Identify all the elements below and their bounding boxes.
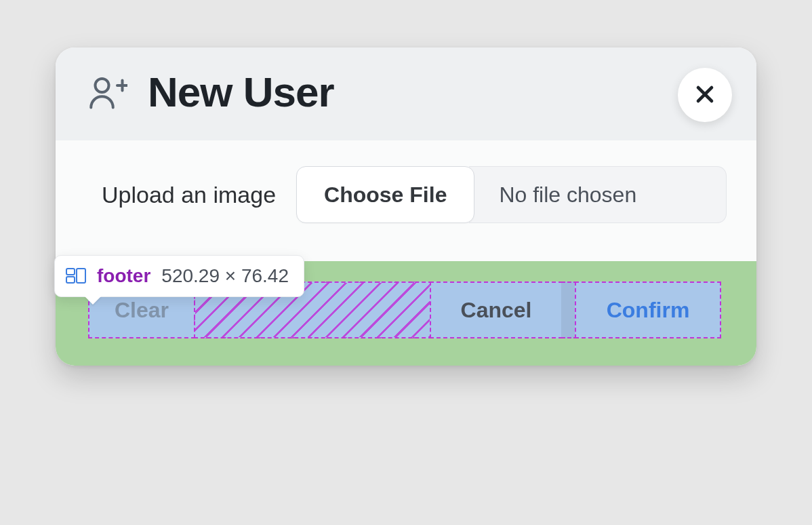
upload-label: Upload an image — [102, 182, 276, 208]
svg-rect-6 — [66, 277, 75, 283]
svg-rect-7 — [77, 269, 85, 283]
new-user-dialog: New User Upload an image Choose File No … — [56, 47, 756, 366]
inspector-dimensions: 520.29 × 76.42 — [161, 265, 289, 287]
choose-file-button[interactable]: Choose File — [296, 166, 474, 223]
confirm-button[interactable]: Confirm — [575, 281, 721, 338]
cancel-button[interactable]: Cancel — [430, 281, 563, 338]
svg-rect-5 — [66, 269, 75, 275]
dialog-body: Upload an image Choose File No file chos… — [56, 140, 756, 261]
devtools-element-tooltip: footer 520.29 × 76.42 — [54, 255, 304, 297]
close-button[interactable] — [678, 68, 732, 122]
dialog-title: New User — [148, 68, 334, 116]
flex-layout-icon — [66, 266, 86, 286]
close-icon — [693, 83, 716, 108]
file-status: No file chosen — [469, 166, 727, 223]
user-plus-icon — [85, 71, 129, 114]
inspector-tag-name: footer — [97, 265, 150, 287]
file-input[interactable]: Choose File No file chosen — [296, 166, 727, 223]
dialog-header: New User — [56, 47, 756, 140]
svg-point-0 — [96, 79, 109, 92]
